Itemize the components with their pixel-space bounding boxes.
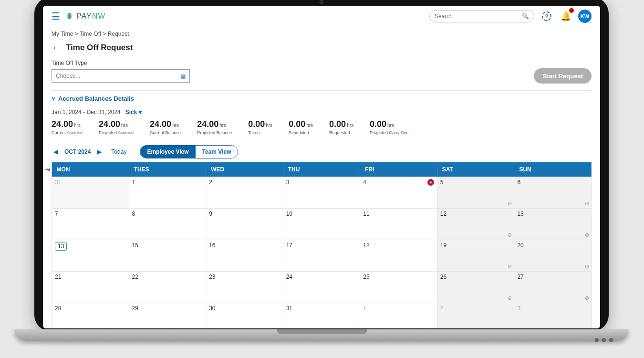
menu-icon[interactable]: ☰ bbox=[52, 11, 60, 22]
stat-label: Requested bbox=[329, 130, 353, 135]
calendar-cell[interactable]: 6⊘ bbox=[514, 177, 592, 209]
balance-type-select[interactable]: Sick ▾ bbox=[125, 109, 142, 116]
stat-label: Taken bbox=[248, 130, 272, 135]
balance-stat: 0.00hrsTaken bbox=[248, 119, 272, 135]
calendar-cell[interactable]: 16 bbox=[206, 240, 283, 272]
accrued-balances-toggle[interactable]: ∨ Accrued Balances Details bbox=[52, 95, 134, 102]
calendar-cell[interactable]: 31 bbox=[283, 303, 360, 329]
calendar-day-header: FRI bbox=[360, 162, 437, 177]
expand-sidebar-button[interactable]: ⇥ bbox=[43, 162, 52, 177]
calendar-cell[interactable]: 5⊘ bbox=[437, 177, 514, 209]
team-view-tab[interactable]: Team View bbox=[196, 146, 238, 158]
stat-unit: hrs bbox=[219, 123, 226, 128]
calendar-cell[interactable]: 3 bbox=[514, 303, 592, 329]
calendar-cell[interactable]: 26⊘ bbox=[437, 272, 514, 303]
caret-down-icon: ▾ bbox=[139, 109, 142, 116]
view-toggle: Employee View Team View bbox=[140, 145, 238, 158]
calendar-day-header: TUES bbox=[129, 162, 206, 177]
notifications-button[interactable]: 🔔 bbox=[559, 10, 572, 23]
calendar-cell[interactable]: 25 bbox=[360, 272, 437, 303]
start-request-button[interactable]: Start Request bbox=[534, 68, 592, 84]
calendar-cell[interactable]: 22 bbox=[129, 272, 206, 303]
calendar-cell[interactable]: 13 bbox=[52, 240, 129, 272]
calendar-day-header: SUN bbox=[514, 162, 592, 177]
calendar-day-header: THU bbox=[283, 162, 360, 177]
calendar-cell[interactable]: 19⊘ bbox=[437, 240, 514, 272]
calendar-cell[interactable]: 2 bbox=[437, 303, 514, 329]
blocked-icon: ⊘ bbox=[508, 295, 512, 301]
calendar-cell[interactable]: 28 bbox=[52, 303, 129, 329]
calendar-cell[interactable]: 11 bbox=[360, 209, 437, 240]
blocked-icon: ⊘ bbox=[508, 200, 512, 207]
calendar-cell[interactable]: 15 bbox=[129, 240, 206, 272]
top-bar: ☰ ✺ PAYNW 🔍 ? 🔔 KW bbox=[52, 10, 592, 23]
search-input[interactable]: 🔍 bbox=[429, 10, 534, 22]
stat-label: Projected Carry Over bbox=[370, 130, 410, 135]
calendar-cell[interactable]: 18 bbox=[360, 240, 437, 272]
time-off-type-select[interactable]: Choose... ▤ bbox=[52, 69, 190, 83]
calendar-cell[interactable]: 29 bbox=[129, 303, 206, 329]
stat-unit: hrs bbox=[306, 123, 313, 128]
page-title: Time Off Request bbox=[66, 43, 133, 53]
calendar-cell[interactable]: 7 bbox=[52, 209, 129, 240]
stat-unit: hrs bbox=[172, 123, 179, 128]
blocked-icon: ⊘ bbox=[585, 232, 589, 238]
calendar-cell[interactable]: 4● bbox=[360, 177, 437, 209]
calendar-cell[interactable]: 17 bbox=[283, 240, 360, 272]
balance-stat: 24.00hrsCurrent Balance bbox=[150, 119, 181, 135]
calendar-cell[interactable]: 30 bbox=[206, 303, 283, 329]
calendar-day-header: SAT bbox=[437, 162, 514, 177]
stat-label: Current Balance bbox=[150, 130, 181, 135]
help-button[interactable]: ? bbox=[540, 10, 553, 23]
back-button[interactable]: ← bbox=[52, 42, 61, 53]
stat-unit: hrs bbox=[121, 123, 128, 128]
today-button[interactable]: Today bbox=[111, 148, 126, 155]
calendar-cell[interactable]: 27⊘ bbox=[514, 272, 592, 303]
bell-icon: 🔔 bbox=[561, 11, 571, 21]
stat-unit: hrs bbox=[266, 123, 272, 128]
next-month-button[interactable]: ▶ bbox=[95, 147, 104, 156]
employee-view-tab[interactable]: Employee View bbox=[140, 146, 195, 158]
prev-month-button[interactable]: ◀ bbox=[52, 147, 60, 156]
calendar-cell[interactable]: 24 bbox=[283, 272, 360, 303]
search-field[interactable] bbox=[435, 13, 522, 20]
stat-unit: hrs bbox=[387, 123, 394, 128]
calendar-cell[interactable]: 2 bbox=[206, 177, 283, 209]
calendar-cell[interactable]: 13⊘ bbox=[514, 209, 592, 240]
calendar-cell[interactable]: 1 bbox=[360, 303, 437, 329]
event-dot-icon: ● bbox=[427, 179, 434, 186]
stat-label: Projected Balance bbox=[197, 130, 232, 135]
laptop-camera bbox=[320, 0, 324, 4]
balance-stat: 24.00hrsProjected Accrued bbox=[99, 119, 134, 135]
stat-value: 24.00 bbox=[150, 119, 171, 129]
logo-text-nw: NW bbox=[92, 12, 106, 20]
blocked-icon: ⊘ bbox=[585, 200, 589, 207]
calendar-cell[interactable]: 21 bbox=[52, 272, 129, 303]
calendar-cell[interactable]: 3 bbox=[283, 177, 360, 209]
avatar[interactable]: KW bbox=[578, 10, 592, 23]
stat-value: 0.00 bbox=[329, 119, 346, 129]
calendar-cell[interactable]: 1 bbox=[129, 177, 206, 209]
balance-date-range: Jan 1, 2024 - Dec 31, 2024 bbox=[52, 109, 121, 116]
blocked-icon: ⊘ bbox=[585, 295, 589, 301]
calendar-cell[interactable]: 31 bbox=[52, 177, 129, 209]
balance-stats: 24.00hrsCurrent Accrued24.00hrsProjected… bbox=[52, 119, 592, 135]
blocked-icon: ⊘ bbox=[508, 232, 512, 238]
stat-label: Current Accrued bbox=[52, 130, 83, 135]
blocked-icon: ⊘ bbox=[508, 263, 512, 270]
calendar-cell[interactable]: 8 bbox=[129, 209, 206, 240]
calendar-cell[interactable]: 20⊘ bbox=[514, 240, 592, 272]
calendar-month[interactable]: OCT 2024 bbox=[64, 148, 91, 155]
time-off-type-label: Time Off Type bbox=[52, 60, 592, 66]
search-icon: 🔍 bbox=[522, 13, 529, 20]
breadcrumb[interactable]: My Time > Time Off > Request bbox=[52, 31, 592, 37]
calendar-cell[interactable]: 23 bbox=[206, 272, 283, 303]
calendar-cell[interactable]: 12⊘ bbox=[437, 209, 514, 240]
blocked-icon: ⊘ bbox=[585, 263, 589, 270]
balance-stat: 24.00hrsCurrent Accrued bbox=[52, 119, 83, 135]
stat-label: Projected Accrued bbox=[99, 130, 134, 135]
calendar-cell[interactable]: 9 bbox=[206, 209, 283, 240]
logo-icon: ✺ bbox=[66, 11, 73, 21]
calendar-day-header: MON bbox=[52, 162, 129, 177]
calendar-cell[interactable]: 10 bbox=[283, 209, 360, 240]
